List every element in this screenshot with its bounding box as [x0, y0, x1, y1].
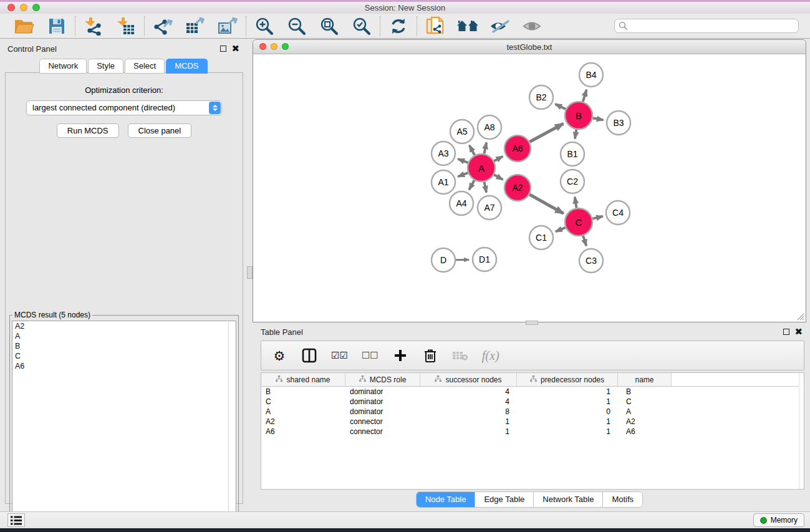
graph-node-A7[interactable]: A7	[478, 196, 501, 220]
graph-node-B2[interactable]: B2	[529, 85, 553, 109]
graph-node-B3[interactable]: B3	[607, 111, 630, 135]
graph-node-B4[interactable]: B4	[579, 63, 603, 87]
network-graph[interactable]: B4B2BB3A8A5A6A3B1AC2A1A2A4A7C4CC1DD1C3	[253, 54, 806, 322]
save-session-icon[interactable]	[46, 16, 68, 37]
table-cell[interactable]: A2	[618, 417, 672, 427]
run-mcds-button[interactable]: Run MCDS	[57, 123, 119, 138]
graph-node-A4[interactable]: A4	[450, 191, 473, 215]
float-table-panel-icon[interactable]	[783, 329, 789, 335]
unselect-all-columns-icon[interactable]: ☐☐	[362, 346, 378, 365]
tab-network[interactable]: Network	[39, 59, 87, 74]
table-cell[interactable]: A6	[618, 427, 672, 437]
graph-node-A3[interactable]: A3	[432, 142, 455, 165]
mcds-result-item[interactable]: C	[12, 351, 236, 361]
table-cell[interactable]: 4	[420, 397, 517, 407]
graph-edge-A-A8[interactable]	[485, 143, 487, 154]
table-cell[interactable]: A6	[261, 427, 345, 437]
network-minimize-button[interactable]	[271, 43, 277, 50]
graph-edge-B-B4[interactable]	[583, 90, 587, 102]
open-session-icon[interactable]	[13, 16, 36, 37]
graph-edge-B-B1[interactable]	[575, 130, 576, 139]
graph-node-A5[interactable]: A5	[450, 120, 474, 143]
table-cell[interactable]: dominator	[345, 387, 420, 397]
table-cell[interactable]: dominator	[345, 407, 420, 417]
table-cell[interactable]: 1	[420, 417, 517, 427]
graph-node-A2[interactable]: A2	[504, 175, 531, 201]
table-cell[interactable]: 4	[420, 387, 517, 397]
table-cell[interactable]: A	[261, 407, 345, 417]
network-close-button[interactable]	[259, 43, 266, 50]
criterion-select[interactable]: largest connected component (directed)	[26, 100, 222, 115]
zoom-out-icon[interactable]	[286, 16, 308, 37]
mcds-result-item[interactable]: A2	[12, 321, 236, 331]
mcds-result-list[interactable]: A2ABCA6	[12, 321, 236, 528]
table-cell[interactable]: B	[261, 387, 345, 397]
export-image-icon[interactable]	[216, 16, 239, 37]
task-history-button[interactable]	[7, 513, 25, 527]
minimize-window-button[interactable]	[20, 4, 27, 11]
tab-select[interactable]: Select	[125, 59, 165, 74]
clone-network-icon[interactable]	[424, 16, 446, 37]
column-header-MCDS-role[interactable]: MCDS role	[345, 373, 420, 386]
tab-mcds[interactable]: MCDS	[166, 59, 207, 74]
table-cell[interactable]: connector	[345, 417, 420, 427]
table-cell[interactable]: 1	[517, 397, 618, 407]
table-cell[interactable]: 8	[420, 407, 517, 417]
graph-node-C2[interactable]: C2	[561, 170, 584, 193]
close-panel-icon[interactable]: ✖	[231, 46, 239, 52]
graph-node-A8[interactable]: A8	[478, 115, 501, 139]
export-network-icon[interactable]	[152, 16, 174, 37]
tab-style[interactable]: Style	[88, 59, 123, 74]
graph-node-D[interactable]: D	[432, 248, 455, 272]
zoom-in-icon[interactable]	[253, 16, 276, 37]
tab-network-table[interactable]: Network Table	[534, 492, 603, 507]
network-maximize-button[interactable]	[282, 43, 289, 50]
vertical-splitter-handle[interactable]	[247, 266, 253, 279]
network-overview-icon[interactable]	[456, 16, 479, 37]
graph-edge-A-A1[interactable]	[458, 173, 468, 177]
table-cell[interactable]: C	[261, 397, 345, 407]
result-scrollbar-track[interactable]	[228, 321, 229, 527]
close-table-panel-icon[interactable]: ✖	[794, 329, 803, 335]
table-cell[interactable]: 1	[517, 417, 618, 427]
table-cell[interactable]: 1	[420, 427, 517, 437]
table-row[interactable]: A6connector11A6	[261, 427, 804, 437]
table-cell[interactable]: 1	[517, 427, 618, 437]
export-table-icon[interactable]	[184, 16, 206, 37]
search-input[interactable]	[614, 19, 799, 33]
graph-node-D1[interactable]: D1	[473, 248, 496, 271]
table-row[interactable]: Adominator80A	[261, 407, 804, 417]
table-cell[interactable]: A	[618, 407, 672, 417]
table-row[interactable]: Cdominator41C	[261, 397, 804, 407]
table-row[interactable]: Bdominator41B	[261, 387, 804, 397]
column-header-predecessor-nodes[interactable]: predecessor nodes	[517, 373, 618, 386]
mcds-result-item[interactable]: B	[12, 341, 236, 351]
graph-edge-A-A3[interactable]	[458, 159, 468, 163]
zoom-selected-icon[interactable]	[350, 16, 373, 37]
table-cell[interactable]: 0	[517, 407, 618, 417]
graph-edge-A-A4[interactable]	[469, 180, 475, 190]
table-row[interactable]: A2connector11A2	[261, 417, 804, 427]
graph-edge-A-A7[interactable]	[485, 182, 486, 193]
import-table-icon[interactable]	[115, 16, 137, 37]
graph-edge-C-C3[interactable]	[583, 236, 586, 246]
network-canvas[interactable]: B4B2BB3A8A5A6A3B1AC2A1A2A4A7C4CC1DD1C3	[253, 54, 806, 322]
zoom-fit-icon[interactable]	[318, 16, 340, 37]
column-header-name[interactable]: name	[618, 373, 672, 386]
graph-node-C3[interactable]: C3	[579, 249, 603, 273]
select-all-columns-icon[interactable]: ☑☑	[331, 346, 348, 365]
graph-edge-B-B3[interactable]	[593, 118, 604, 120]
table-options-gear-icon[interactable]: ⚙	[271, 346, 287, 365]
graph-edge-C-C2[interactable]	[575, 197, 577, 208]
graph-node-A[interactable]: A	[468, 154, 495, 181]
tab-edge-table[interactable]: Edge Table	[475, 492, 534, 507]
mcds-result-item[interactable]: A	[12, 331, 236, 341]
graph-edge-C-C4[interactable]	[592, 216, 602, 219]
table-scrollbar-track[interactable]	[799, 373, 804, 489]
show-graphics-details-icon[interactable]	[521, 16, 544, 37]
refresh-layout-icon[interactable]	[387, 16, 410, 37]
graph-edge-B-B2[interactable]	[556, 104, 566, 109]
tab-motifs[interactable]: Motifs	[603, 492, 642, 507]
close-panel-button[interactable]: Close panel	[128, 123, 192, 138]
table-cell[interactable]: C	[618, 397, 672, 407]
